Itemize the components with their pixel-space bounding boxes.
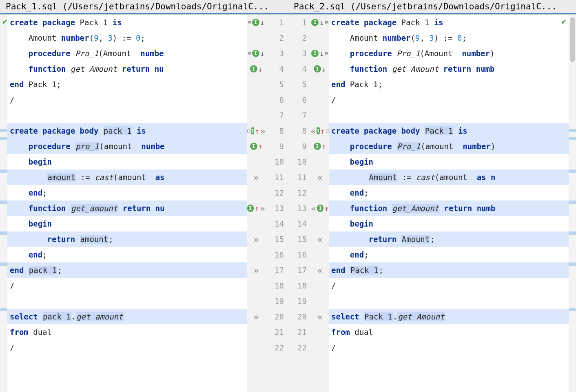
- line-number[interactable]: 15: [288, 231, 311, 247]
- usages-icon[interactable]: [317, 127, 319, 134]
- code-line[interactable]: begin: [7, 216, 247, 231]
- line-number[interactable]: 5: [265, 77, 288, 92]
- stripe-marker[interactable]: [569, 308, 576, 311]
- line-number[interactable]: 19: [265, 293, 288, 309]
- usages-icon[interactable]: [251, 127, 254, 134]
- code-line[interactable]: select pack_1.get_amount: [7, 309, 247, 324]
- code-line[interactable]: procedure Pro_1(Amount_ number): [329, 46, 576, 61]
- apply-right-icon[interactable]: »: [253, 234, 259, 244]
- stripe-marker[interactable]: [569, 129, 576, 132]
- code-line[interactable]: Amount number(9, 3) := 0;: [329, 30, 576, 46]
- code-line[interactable]: begin: [329, 216, 576, 231]
- code-line[interactable]: [7, 293, 247, 309]
- line-number[interactable]: 18: [288, 278, 311, 293]
- line-number[interactable]: 11: [288, 170, 311, 185]
- usages-icon[interactable]: [311, 19, 319, 26]
- line-number[interactable]: 16: [288, 247, 311, 262]
- fold-icon[interactable]: ⊟: [325, 50, 328, 57]
- code-line[interactable]: create package Pack_1 is: [329, 15, 576, 30]
- code-line[interactable]: [7, 108, 247, 123]
- line-number[interactable]: 21: [288, 324, 311, 340]
- line-number[interactable]: 13: [265, 200, 288, 216]
- apply-left-icon[interactable]: «: [317, 172, 322, 183]
- code-line[interactable]: begin: [7, 154, 247, 170]
- line-number[interactable]: 22: [288, 340, 311, 355]
- code-line[interactable]: end;: [329, 185, 576, 200]
- code-line[interactable]: from dual: [329, 324, 576, 340]
- line-number[interactable]: 2: [288, 30, 311, 46]
- apply-left-icon[interactable]: «: [317, 234, 322, 244]
- code-line[interactable]: create package Pack_1 is: [7, 15, 247, 30]
- code-line[interactable]: /: [7, 278, 247, 293]
- line-number[interactable]: 4: [288, 61, 311, 77]
- line-number[interactable]: 20: [288, 309, 311, 324]
- usages-icon[interactable]: [314, 143, 321, 150]
- code-line[interactable]: function get_Amount return nu: [7, 61, 247, 77]
- apply-left-icon[interactable]: «: [311, 203, 316, 214]
- code-line[interactable]: /: [7, 92, 247, 108]
- code-line[interactable]: procedure Pro_1(Amount_ numbe: [7, 46, 247, 61]
- line-number[interactable]: 21: [265, 324, 288, 340]
- code-line[interactable]: Amount := cast(amount_ as n: [329, 170, 576, 185]
- line-number[interactable]: 18: [265, 278, 288, 293]
- line-number[interactable]: 10: [288, 154, 311, 170]
- line-number[interactable]: 13: [288, 200, 311, 216]
- apply-left-icon[interactable]: «: [317, 312, 322, 322]
- line-number[interactable]: 1: [265, 15, 288, 30]
- line-number[interactable]: 9: [288, 139, 311, 154]
- line-number[interactable]: 12: [265, 185, 288, 200]
- code-line[interactable]: /: [329, 92, 576, 108]
- line-number[interactable]: 22: [265, 340, 288, 355]
- line-number[interactable]: 17: [265, 262, 288, 278]
- code-line[interactable]: end pack_1;: [7, 262, 247, 278]
- code-line[interactable]: function get_Amount return numb: [329, 61, 576, 77]
- usages-icon[interactable]: [250, 143, 257, 150]
- stripe-marker[interactable]: [569, 231, 576, 235]
- line-number[interactable]: 10: [265, 154, 288, 170]
- code-line[interactable]: end;: [7, 247, 247, 262]
- fold-icon[interactable]: ⊟: [325, 19, 328, 26]
- apply-left-icon[interactable]: «: [310, 126, 316, 136]
- code-line[interactable]: /: [329, 340, 576, 355]
- code-line[interactable]: begin: [329, 154, 576, 170]
- code-line[interactable]: select Pack_1.get_Amount: [329, 309, 576, 324]
- code-line[interactable]: from dual: [7, 324, 247, 340]
- usages-icon[interactable]: [250, 65, 257, 73]
- code-line[interactable]: end Pack_1;: [7, 77, 247, 92]
- apply-right-icon[interactable]: »: [260, 203, 265, 214]
- line-number[interactable]: 2: [265, 30, 288, 46]
- right-code-area[interactable]: create package Pack_1 is Amount number(9…: [329, 15, 576, 392]
- code-line[interactable]: Amount number(9, 3) := 0;: [7, 30, 247, 46]
- line-number[interactable]: 20: [265, 309, 288, 324]
- usages-icon[interactable]: [252, 19, 259, 26]
- code-line[interactable]: [329, 293, 576, 309]
- code-line[interactable]: end;: [7, 185, 247, 200]
- code-line[interactable]: end Pack_1;: [329, 262, 576, 278]
- code-line[interactable]: end;: [329, 247, 576, 262]
- apply-left-icon[interactable]: «: [317, 265, 322, 275]
- apply-right-icon[interactable]: »: [253, 312, 259, 322]
- stripe-marker[interactable]: [569, 137, 576, 140]
- code-line[interactable]: create package body Pack_1 is: [329, 123, 576, 139]
- fold-icon[interactable]: ⊟: [248, 19, 251, 26]
- line-number[interactable]: 15: [265, 231, 288, 247]
- usages-icon[interactable]: [314, 65, 321, 73]
- code-line[interactable]: return amount;: [7, 231, 247, 247]
- line-number[interactable]: 3: [265, 46, 288, 61]
- line-number[interactable]: 6: [288, 92, 311, 108]
- code-line[interactable]: procedure Pro_1(amount_ number): [329, 139, 576, 154]
- usages-icon[interactable]: [247, 205, 254, 212]
- usages-icon[interactable]: [311, 50, 319, 57]
- right-scrollbar[interactable]: [569, 15, 576, 392]
- line-number[interactable]: 8: [265, 123, 288, 139]
- line-number[interactable]: 14: [265, 216, 288, 231]
- line-number[interactable]: 12: [288, 185, 311, 200]
- stripe-marker[interactable]: [569, 200, 576, 204]
- line-number[interactable]: 5: [288, 77, 311, 92]
- fold-icon[interactable]: ⊟: [247, 128, 250, 134]
- stripe-marker[interactable]: [569, 262, 576, 266]
- code-line[interactable]: create package body pack_1 is: [7, 123, 247, 139]
- line-number[interactable]: 17: [288, 262, 311, 278]
- code-line[interactable]: /: [7, 340, 247, 355]
- code-line[interactable]: return Amount;: [329, 231, 576, 247]
